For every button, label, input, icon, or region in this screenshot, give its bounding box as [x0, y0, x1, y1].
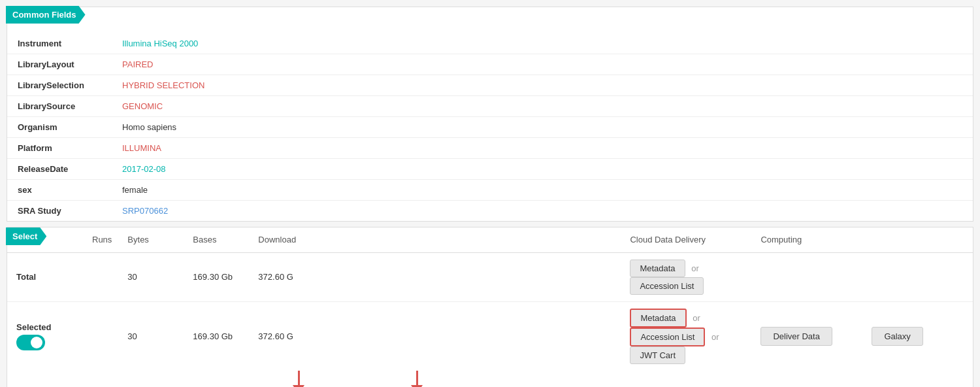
- field-row-platform: Platform ILLUMINA: [7, 138, 973, 159]
- selected-accession-button[interactable]: Accession List: [630, 328, 705, 346]
- library-source-label: LibrarySource: [7, 96, 112, 117]
- library-layout-value[interactable]: PAIRED: [112, 54, 973, 75]
- selected-or-2: or: [711, 332, 719, 342]
- sra-study-label: SRA Study: [7, 201, 112, 222]
- total-accession-button[interactable]: Accession List: [630, 277, 704, 295]
- sex-value: female: [112, 180, 973, 201]
- galaxy-button[interactable]: Galaxy: [872, 327, 923, 346]
- selected-label: Selected: [16, 322, 112, 332]
- release-date-value[interactable]: 2017-02-08: [112, 159, 973, 180]
- selected-cloud-cell: Deliver Data: [753, 301, 864, 371]
- header-cloud: Cloud Data Delivery: [622, 227, 753, 252]
- organism-value: Homo sapiens: [112, 117, 973, 138]
- instrument-value[interactable]: Illumina HiSeq 2000: [112, 33, 973, 54]
- selected-label-container: Selected: [16, 322, 112, 350]
- platform-label: Platform: [7, 138, 112, 159]
- selected-bytes: 169.30 Gb: [185, 301, 250, 371]
- header-download: Download: [250, 227, 622, 252]
- library-selection-label: LibrarySelection: [7, 75, 112, 96]
- header-bases: Bases: [185, 227, 250, 252]
- select-table: Runs Bytes Bases Download Cloud Data Del…: [7, 227, 973, 371]
- header-bytes: Bytes: [120, 227, 185, 252]
- arrow-line-metadata: [298, 371, 300, 385]
- total-computing: [864, 252, 973, 301]
- field-row-sex: sex female: [7, 180, 973, 201]
- toggle-slider: [16, 335, 45, 350]
- platform-value[interactable]: ILLUMINA: [112, 138, 973, 159]
- header-computing: Computing: [753, 227, 864, 252]
- common-fields-table: Instrument Illumina HiSeq 2000 LibraryLa…: [7, 33, 973, 221]
- total-cloud: [753, 252, 864, 301]
- total-or-1: or: [691, 263, 699, 273]
- selected-runs: 30: [120, 301, 185, 371]
- organism-label: Organism: [7, 117, 112, 138]
- arrow-head-accession: [411, 385, 423, 388]
- instrument-label: Instrument: [7, 33, 112, 54]
- selected-label-cell: Selected: [7, 301, 120, 371]
- field-row-release-date: ReleaseDate 2017-02-08: [7, 159, 973, 180]
- arrow-head-metadata: [293, 385, 304, 388]
- total-label: Total: [7, 252, 120, 301]
- deliver-data-button[interactable]: Deliver Data: [760, 327, 832, 346]
- common-fields-section: Common Fields Instrument Illumina HiSeq …: [7, 7, 973, 222]
- table-row-selected: Selected 30 169.30 Gb 372.60 G: [7, 301, 973, 371]
- library-source-value[interactable]: GENOMIC: [112, 96, 973, 117]
- total-bytes: 169.30 Gb: [185, 252, 250, 301]
- field-row-library-source: LibrarySource GENOMIC: [7, 96, 973, 117]
- total-runs: 30: [120, 252, 185, 301]
- select-section: Select Runs Bytes Bases Download Cloud D…: [7, 227, 973, 387]
- release-date-label: ReleaseDate: [7, 159, 112, 180]
- common-fields-tab: Common Fields: [6, 6, 86, 24]
- selected-bases: 372.60 G: [250, 301, 622, 371]
- selected-toggle[interactable]: [16, 335, 45, 350]
- library-layout-label: LibraryLayout: [7, 54, 112, 75]
- arrows-container: [7, 371, 973, 388]
- field-row-library-layout: LibraryLayout PAIRED: [7, 54, 973, 75]
- selected-computing-cell: Galaxy: [864, 301, 973, 371]
- selected-jwt-button[interactable]: JWT Cart: [630, 346, 685, 364]
- arrow-line-accession: [416, 371, 418, 385]
- total-metadata-button[interactable]: Metadata: [630, 260, 685, 277]
- selected-metadata-button[interactable]: Metadata: [630, 309, 686, 328]
- total-download-buttons: Metadata or Accession List: [622, 252, 753, 301]
- select-tab: Select: [6, 227, 46, 245]
- total-bases: 372.60 G: [250, 252, 622, 301]
- library-selection-value[interactable]: HYBRID SELECTION: [112, 75, 973, 96]
- field-row-organism: Organism Homo sapiens: [7, 117, 973, 138]
- arrow-metadata: [293, 371, 304, 388]
- field-row-instrument: Instrument Illumina HiSeq 2000: [7, 33, 973, 54]
- select-table-header: Runs Bytes Bases Download Cloud Data Del…: [7, 227, 973, 252]
- sex-label: sex: [7, 180, 112, 201]
- arrow-accession: [411, 371, 423, 388]
- selected-download-buttons: Metadata or Accession List or JWT Cart: [622, 301, 753, 371]
- field-row-sra-study: SRA Study SRP070662: [7, 201, 973, 222]
- table-row-total: Total 30 169.30 Gb 372.60 G Metadata or …: [7, 252, 973, 301]
- sra-study-value[interactable]: SRP070662: [112, 201, 973, 222]
- selected-or-1: or: [693, 313, 700, 323]
- field-row-library-selection: LibrarySelection HYBRID SELECTION: [7, 75, 973, 96]
